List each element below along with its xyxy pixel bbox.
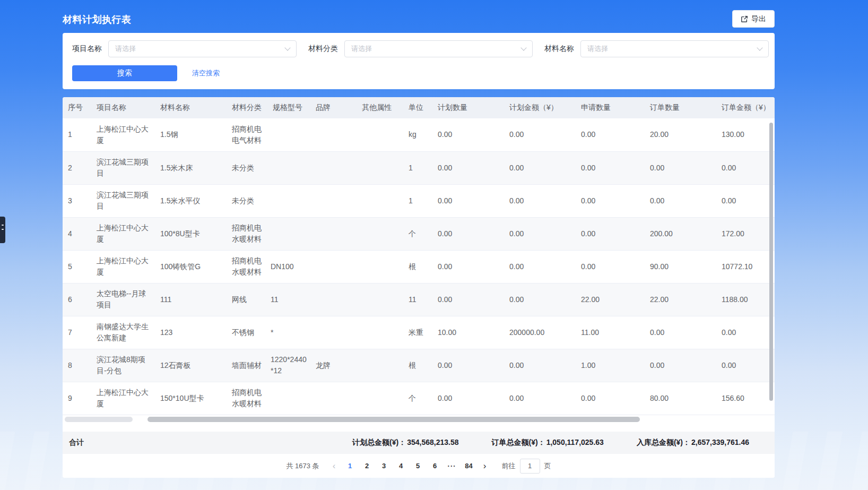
pagination-page[interactable]: 6 <box>427 459 444 474</box>
table-cell: 200000.00 <box>504 316 576 349</box>
filter-select-2[interactable]: 请选择 <box>580 40 769 57</box>
table-cell: 90.00 <box>645 250 716 283</box>
table-cell <box>310 316 357 349</box>
table-cell: 个 <box>403 217 432 250</box>
table-cell: 20.00 <box>645 118 716 151</box>
table-cell: 1.5米木床 <box>155 151 227 184</box>
table-row: 9上海松江中心大厦150*10U型卡招商机电水暖材料个0.000.000.008… <box>63 382 775 415</box>
table-cell: 招商机电电气材料 <box>227 118 267 151</box>
pagination-total-count: 共 1673 条 <box>286 461 319 471</box>
search-button[interactable]: 搜索 <box>72 65 177 81</box>
table-cell: 招商机电水暖材料 <box>227 217 267 250</box>
pagination-page[interactable]: 1 <box>342 459 359 474</box>
filter-select-0[interactable]: 请选择 <box>108 40 297 57</box>
table-cell <box>357 184 403 217</box>
table-cell: kg <box>403 118 432 151</box>
summary-item-value: 354,568,213.58 <box>407 438 458 446</box>
table-cell <box>357 250 403 283</box>
export-button[interactable]: 导出 <box>732 10 775 28</box>
table-cell <box>267 217 310 250</box>
table-cell <box>357 217 403 250</box>
goto-page-input[interactable] <box>520 459 540 474</box>
export-button-label: 导出 <box>751 14 766 24</box>
table-cell: * <box>267 316 310 349</box>
table-cell <box>267 118 310 151</box>
table-cell: 1 <box>63 118 91 151</box>
table-cell: 0.00 <box>432 118 504 151</box>
table-cell: 米重 <box>403 316 432 349</box>
filter-label: 材料名称 <box>544 44 574 54</box>
pagination-next-icon[interactable]: › <box>478 461 492 470</box>
column-header: 订单数量 <box>645 97 716 118</box>
table-cell: 个 <box>403 382 432 415</box>
table-cell: 0.00 <box>432 151 504 184</box>
page-title: 材料计划执行表 <box>63 13 132 26</box>
data-table: 序号项目名称材料名称材料分类规格型号品牌其他属性单位计划数量计划金额（¥）申请数… <box>63 97 775 415</box>
table-cell: 156.60 <box>716 382 775 415</box>
summary-item-label: 计划总金额(¥)： <box>352 438 406 446</box>
table-cell: 200.00 <box>645 217 716 250</box>
filter-group: 项目名称请选择 <box>72 40 297 57</box>
column-header: 品牌 <box>310 97 357 118</box>
table-cell: 0.00 <box>432 217 504 250</box>
filter-group: 材料名称请选择 <box>544 40 769 57</box>
table-cell <box>357 151 403 184</box>
pagination-pages: 123456···84 <box>342 459 478 474</box>
table-cell: 7 <box>63 316 91 349</box>
table-cell: 0.00 <box>504 118 576 151</box>
filter-panel: 项目名称请选择材料分类请选择材料名称请选择 搜索 清空搜索 <box>63 33 775 89</box>
column-header: 材料分类 <box>227 97 267 118</box>
table-cell: 172.00 <box>716 217 775 250</box>
column-header: 其他属性 <box>357 97 403 118</box>
table-cell <box>310 283 357 316</box>
goto-label: 前往 <box>502 461 516 471</box>
table-row: 3滨江花城三期项目1.5米水平仪未分类10.000.000.000.000.00 <box>63 184 775 217</box>
summary-items: 计划总金额(¥)：354,568,213.58订单总金额(¥)：1,050,11… <box>352 438 749 448</box>
table-cell: 0.00 <box>576 250 645 283</box>
pagination-page[interactable]: 2 <box>359 459 376 474</box>
column-header: 申请数量 <box>576 97 645 118</box>
pagination-prev-icon[interactable]: ‹ <box>327 461 342 470</box>
export-icon <box>741 15 748 23</box>
horizontal-scrollbar-left-segment[interactable] <box>65 417 133 422</box>
table-cell: 1188.00 <box>716 283 775 316</box>
table-cell: 0.00 <box>576 118 645 151</box>
pagination-page[interactable]: 4 <box>393 459 410 474</box>
table-cell: 0.00 <box>432 349 504 382</box>
summary-item-label: 入库总金额(¥)： <box>637 438 690 446</box>
table-cell: 8 <box>63 349 91 382</box>
summary-total-label: 合计 <box>69 438 84 448</box>
table-cell <box>310 382 357 415</box>
table-cell: 0.00 <box>504 283 576 316</box>
table-cell: 滨江花城三期项目 <box>91 151 155 184</box>
vertical-scrollbar-thumb[interactable] <box>769 123 773 401</box>
table-cell: 100*8U型卡 <box>155 217 227 250</box>
table-row: 4上海松江中心大厦100*8U型卡招商机电水暖材料个0.000.000.0020… <box>63 217 775 250</box>
pagination-page[interactable]: 84 <box>461 459 478 474</box>
table-cell <box>267 382 310 415</box>
table-body: 1上海松江中心大厦1.5钢招商机电电气材料kg0.000.000.0020.00… <box>63 118 775 415</box>
table-cell: 150*10U型卡 <box>155 382 227 415</box>
table-cell: 0.00 <box>576 151 645 184</box>
side-drawer-handle[interactable] <box>0 217 5 243</box>
table-cell: 11.00 <box>576 316 645 349</box>
table-cell: 上海松江中心大厦 <box>91 118 155 151</box>
summary-item-label: 订单总金额(¥)： <box>492 438 545 446</box>
filter-select-1[interactable]: 请选择 <box>344 40 533 57</box>
table-cell: 太空电梯--月球项目 <box>91 283 155 316</box>
table-cell: 不锈钢 <box>227 316 267 349</box>
column-header: 规格型号 <box>267 97 310 118</box>
table-cell: DN100 <box>267 250 310 283</box>
table-cell: 0.00 <box>576 217 645 250</box>
pagination-page[interactable]: 3 <box>376 459 393 474</box>
pagination-page[interactable]: 5 <box>410 459 427 474</box>
table-cell: 130.00 <box>716 118 775 151</box>
clear-search-link[interactable]: 清空搜索 <box>192 68 220 78</box>
table-cell: 1.5钢 <box>155 118 227 151</box>
table-cell: 0.00 <box>716 151 775 184</box>
table-cell: 1 <box>403 151 432 184</box>
table-cell: 10772.10 <box>716 250 775 283</box>
column-header: 订单金额（¥） <box>716 97 775 118</box>
table-cell: 1 <box>403 184 432 217</box>
horizontal-scrollbar-thumb[interactable] <box>147 417 640 422</box>
